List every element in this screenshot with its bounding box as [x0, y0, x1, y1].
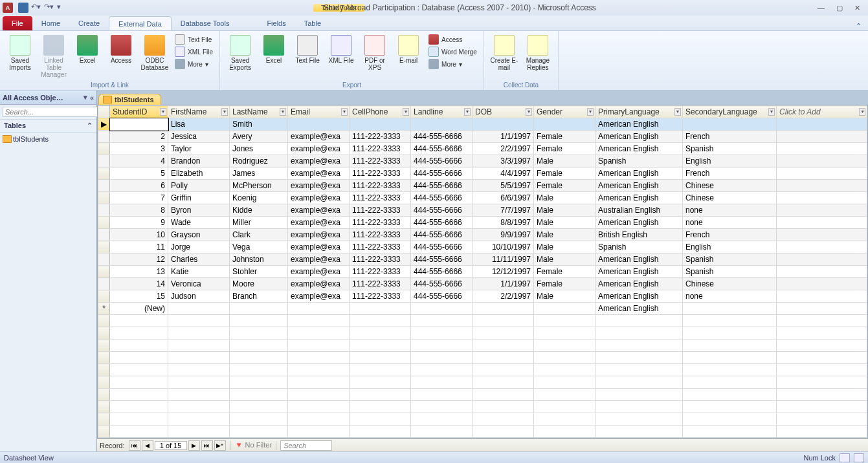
tab-table[interactable]: Table [295, 16, 330, 30]
cell-lastname[interactable]: Moore [230, 278, 288, 290]
cell-secondarylanguage[interactable]: French [683, 131, 777, 143]
cell-firstname[interactable]: Brandon [168, 155, 230, 167]
export-more-button[interactable]: More ▾ [426, 58, 480, 70]
import-text-file-button[interactable]: Text File [172, 34, 216, 45]
first-record-button[interactable]: ⏮ [129, 440, 140, 451]
cell-cellphone[interactable]: 111-222-3333 [350, 192, 411, 204]
cell-empty[interactable] [777, 118, 867, 131]
cell-firstname[interactable]: Charles [168, 253, 230, 266]
cell-empty[interactable] [777, 290, 867, 303]
import-excel-button[interactable]: Excel [71, 32, 104, 80]
cell-secondarylanguage[interactable]: Chinese [683, 192, 777, 204]
cell-secondarylanguage[interactable]: Spanish [683, 266, 777, 278]
cell-primarylanguage[interactable]: American English [595, 180, 683, 192]
undo-icon[interactable]: ↶▾ [31, 3, 41, 13]
column-filter-icon[interactable]: ▾ [674, 108, 681, 116]
tab-fields[interactable]: Fields [258, 16, 295, 30]
row-selector[interactable] [98, 155, 110, 167]
export-word-merge-button[interactable]: Word Merge [426, 46, 480, 58]
cell-lastname[interactable]: Clark [230, 229, 288, 241]
cell-gender[interactable]: Male [534, 217, 595, 229]
cell-secondarylanguage[interactable]: English [683, 155, 777, 167]
cell-cellphone[interactable]: 111-222-3333 [350, 266, 411, 278]
new-record-button[interactable]: ▶* [214, 440, 226, 451]
cell-email[interactable]: example@exa [288, 167, 350, 180]
row-selector[interactable] [98, 180, 110, 192]
tab-create[interactable]: Create [69, 16, 109, 30]
cell-dob[interactable]: 2/2/1997 [473, 143, 534, 155]
cell-gender[interactable]: Male [534, 229, 595, 241]
tab-external-data[interactable]: External Data [109, 16, 172, 30]
design-view-button[interactable] [854, 453, 864, 462]
cell-secondarylanguage[interactable]: Chinese [683, 180, 777, 192]
cell-gender[interactable]: Female [534, 278, 595, 290]
cell-empty[interactable] [777, 253, 867, 266]
cell-gender[interactable]: Male [534, 241, 595, 253]
cell-email[interactable]: example@exa [288, 241, 350, 253]
cell-secondarylanguage[interactable]: French [683, 167, 777, 180]
group-collapse-icon[interactable]: ⌃ [87, 122, 93, 130]
datasheet-view-button[interactable] [840, 453, 850, 462]
cell-dob[interactable]: 1/1/1997 [473, 278, 534, 290]
column-header-primarylanguage[interactable]: PrimaryLanguage▾ [595, 106, 683, 118]
row-selector[interactable] [98, 167, 110, 180]
cell-lastname[interactable]: James [230, 167, 288, 180]
cell-cellphone[interactable] [350, 303, 411, 315]
column-header-gender[interactable]: Gender▾ [534, 106, 595, 118]
table-row[interactable]: ▶LisaSmithAmerican English [98, 118, 867, 131]
export-text-file-button[interactable]: Text File [291, 32, 324, 80]
cell-landline[interactable]: 444-555-6666 [411, 180, 473, 192]
cell-dob[interactable]: 1/1/1997 [473, 131, 534, 143]
cell-studentid[interactable]: 13 [110, 266, 168, 278]
cell-email[interactable]: example@exa [288, 180, 350, 192]
cell-studentid[interactable]: 3 [110, 143, 168, 155]
cell-dob[interactable]: 4/4/1997 [473, 167, 534, 180]
nav-pane-header[interactable]: All Access Obje… ▾ « [0, 91, 96, 105]
cell-lastname[interactable]: Jones [230, 143, 288, 155]
cell-email[interactable]: example@exa [288, 290, 350, 303]
record-search-input[interactable]: Search [280, 440, 332, 451]
cell-landline[interactable]: 444-555-6666 [411, 155, 473, 167]
table-row[interactable]: 11JorgeVegaexample@exa111-222-3333444-55… [98, 241, 867, 253]
column-filter-icon[interactable]: ▾ [280, 108, 286, 116]
cell-gender[interactable]: Female [534, 131, 595, 143]
close-icon[interactable]: ✕ [854, 4, 860, 12]
row-selector[interactable] [98, 217, 110, 229]
cell-lastname[interactable]: McPherson [230, 180, 288, 192]
cell-empty[interactable] [777, 167, 867, 180]
cell-empty[interactable] [777, 229, 867, 241]
cell-secondarylanguage[interactable]: none [683, 204, 777, 217]
table-row[interactable]: 3TaylorJonesexample@exa111-222-3333444-5… [98, 143, 867, 155]
cell-landline[interactable] [411, 118, 473, 131]
cell-gender[interactable]: Male [534, 192, 595, 204]
row-selector[interactable] [98, 278, 110, 290]
cell-cellphone[interactable]: 111-222-3333 [350, 278, 411, 290]
cell-cellphone[interactable]: 111-222-3333 [350, 253, 411, 266]
column-header-lastname[interactable]: LastName▾ [230, 106, 288, 118]
cell-empty[interactable] [777, 278, 867, 290]
cell-primarylanguage[interactable]: American English [595, 167, 683, 180]
cell-dob[interactable]: 6/6/1997 [473, 192, 534, 204]
cell-primarylanguage[interactable]: Spanish [595, 155, 683, 167]
cell-secondarylanguage[interactable]: none [683, 217, 777, 229]
column-filter-icon[interactable]: ▾ [464, 108, 471, 116]
cell-landline[interactable]: 444-555-6666 [411, 229, 473, 241]
cell-gender[interactable] [534, 303, 595, 315]
cell-cellphone[interactable]: 111-222-3333 [350, 131, 411, 143]
table-row[interactable]: 7GriffinKoenigexample@exa111-222-3333444… [98, 192, 867, 204]
cell-primarylanguage[interactable]: American English [595, 303, 683, 315]
cell-dob[interactable]: 10/10/1997 [473, 241, 534, 253]
record-position-input[interactable] [155, 441, 187, 450]
cell-email[interactable]: example@exa [288, 204, 350, 217]
ribbon-collapse-icon[interactable]: ⌃ [856, 22, 868, 30]
cell-cellphone[interactable]: 111-222-3333 [350, 290, 411, 303]
linked-table-manager-button[interactable]: Linked Table Manager [38, 32, 70, 80]
row-selector[interactable] [98, 143, 110, 155]
cell-primarylanguage[interactable]: Spanish [595, 241, 683, 253]
cell-primarylanguage[interactable]: American English [595, 290, 683, 303]
cell-cellphone[interactable]: 111-222-3333 [350, 204, 411, 217]
last-record-button[interactable]: ⏭ [201, 440, 213, 451]
cell-lastname[interactable]: Miller [230, 217, 288, 229]
cell-landline[interactable]: 444-555-6666 [411, 290, 473, 303]
cell-lastname[interactable]: Kidde [230, 204, 288, 217]
